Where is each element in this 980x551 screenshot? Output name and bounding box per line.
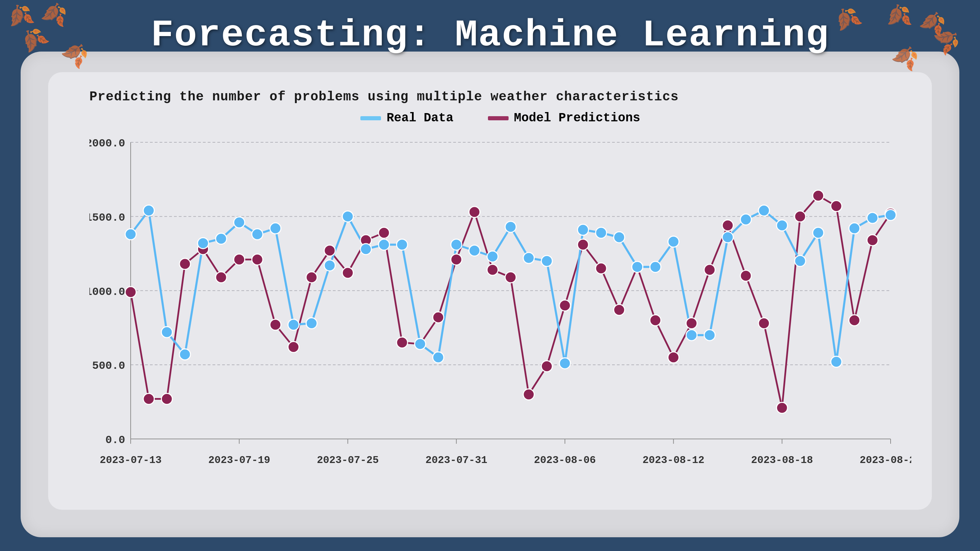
svg-point-71: [125, 229, 136, 240]
svg-point-29: [143, 393, 154, 404]
svg-point-87: [415, 338, 426, 349]
svg-point-101: [668, 236, 679, 247]
svg-point-59: [686, 318, 697, 329]
svg-point-112: [867, 213, 878, 224]
svg-point-55: [614, 305, 625, 316]
svg-point-40: [342, 267, 353, 278]
svg-point-94: [541, 256, 552, 267]
svg-text:2023-08-12: 2023-08-12: [643, 454, 705, 466]
svg-point-106: [759, 205, 770, 216]
svg-point-28: [125, 287, 136, 298]
svg-point-93: [523, 252, 535, 264]
svg-point-67: [831, 201, 842, 212]
chart-inner: Predicting the number of problems using …: [48, 72, 932, 510]
legend-real-data: Real Data: [360, 111, 453, 125]
svg-point-69: [867, 235, 878, 246]
svg-point-30: [161, 393, 172, 404]
svg-point-48: [487, 264, 498, 275]
svg-point-64: [776, 402, 788, 413]
svg-point-79: [270, 223, 281, 234]
svg-point-35: [252, 254, 263, 265]
svg-point-66: [813, 190, 824, 201]
chart-container: Predicting the number of problems using …: [21, 52, 959, 537]
svg-point-46: [451, 254, 462, 265]
svg-point-74: [180, 349, 191, 360]
svg-point-78: [252, 229, 263, 240]
svg-point-65: [795, 211, 806, 222]
svg-text:2023-08-18: 2023-08-18: [751, 454, 813, 466]
line-chart: 0.0500.01000.01500.02000.0 2023-07-13202…: [89, 135, 911, 467]
svg-text:2023-08-06: 2023-08-06: [534, 454, 596, 466]
svg-point-103: [704, 330, 715, 341]
svg-text:1000.0: 1000.0: [89, 286, 125, 299]
svg-point-53: [578, 239, 589, 250]
svg-point-92: [505, 221, 516, 232]
svg-point-39: [324, 245, 335, 256]
svg-point-43: [396, 337, 407, 348]
page-title: Forecasting: Machine Learning: [151, 14, 829, 57]
svg-point-52: [560, 300, 571, 311]
svg-point-75: [197, 238, 208, 249]
legend-model-predictions-label: Model Predictions: [514, 111, 640, 125]
svg-point-83: [342, 211, 353, 222]
legend-real-data-color: [360, 116, 381, 120]
svg-point-63: [759, 318, 770, 329]
svg-point-111: [849, 223, 860, 234]
legend-model-predictions-color: [488, 116, 509, 120]
chart-subtitle: Predicting the number of problems using …: [89, 89, 911, 104]
svg-point-31: [180, 259, 191, 270]
leaf-decoration-2: 🍂: [39, 0, 69, 29]
svg-point-96: [578, 224, 589, 235]
svg-point-76: [216, 233, 227, 244]
svg-text:0.0: 0.0: [105, 434, 125, 446]
svg-point-62: [740, 270, 751, 281]
svg-point-57: [650, 315, 661, 326]
svg-point-81: [306, 318, 317, 329]
svg-point-38: [306, 272, 317, 283]
svg-point-77: [234, 217, 245, 228]
svg-point-91: [487, 251, 498, 262]
svg-text:2023-07-25: 2023-07-25: [317, 454, 379, 466]
svg-point-47: [469, 206, 480, 218]
svg-text:2023-08-24: 2023-08-24: [860, 454, 911, 466]
svg-point-102: [686, 330, 697, 341]
svg-point-58: [668, 352, 679, 363]
svg-point-49: [505, 272, 516, 283]
svg-point-42: [379, 227, 390, 238]
svg-point-60: [704, 264, 715, 275]
svg-point-34: [234, 254, 245, 265]
svg-point-33: [216, 272, 227, 283]
legend-model-predictions: Model Predictions: [488, 111, 640, 125]
svg-point-107: [776, 220, 788, 231]
svg-text:2000.0: 2000.0: [89, 137, 125, 150]
svg-point-97: [595, 227, 606, 238]
svg-point-99: [632, 261, 643, 272]
svg-point-50: [523, 389, 535, 400]
svg-point-86: [396, 239, 407, 250]
svg-point-88: [433, 352, 444, 363]
legend-real-data-label: Real Data: [387, 111, 453, 125]
svg-text:500.0: 500.0: [92, 360, 125, 372]
svg-point-68: [849, 315, 860, 326]
svg-point-85: [379, 239, 390, 250]
svg-point-51: [541, 361, 552, 372]
svg-text:2023-07-31: 2023-07-31: [425, 454, 487, 466]
svg-point-54: [595, 263, 606, 274]
svg-text:2023-07-13: 2023-07-13: [100, 454, 162, 466]
svg-point-45: [433, 312, 444, 323]
chart-legend: Real Data Model Predictions: [89, 111, 911, 125]
svg-point-105: [740, 214, 751, 225]
svg-point-108: [795, 256, 806, 267]
leaf-decoration-6: 🍂: [883, 2, 913, 31]
svg-point-110: [831, 356, 842, 367]
svg-point-82: [324, 260, 335, 271]
svg-point-100: [650, 261, 661, 272]
svg-point-113: [885, 209, 896, 220]
svg-point-61: [722, 220, 733, 231]
svg-point-98: [614, 232, 625, 243]
svg-point-73: [161, 327, 172, 338]
svg-point-36: [270, 319, 281, 330]
svg-point-89: [451, 239, 462, 250]
svg-point-90: [469, 245, 480, 256]
svg-point-95: [560, 358, 571, 369]
